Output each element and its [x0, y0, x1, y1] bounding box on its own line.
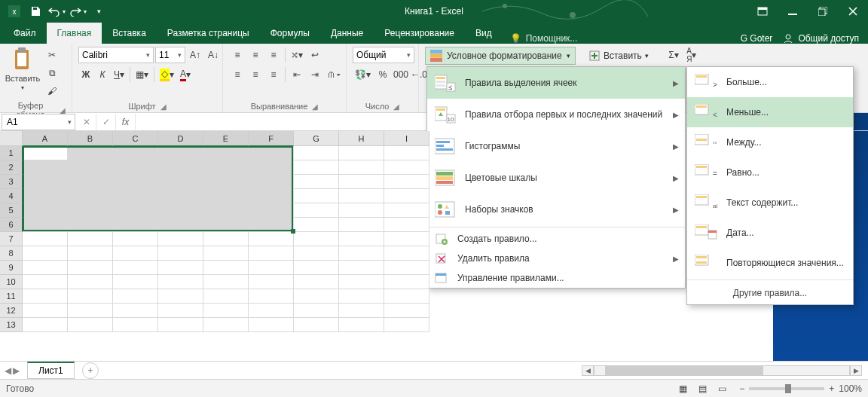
increase-indent-button[interactable]: ⇥	[307, 66, 323, 83]
cell[interactable]	[203, 318, 249, 332]
cell[interactable]	[339, 175, 384, 189]
scroll-right-arrow[interactable]: ▶	[850, 365, 862, 376]
cell[interactable]	[68, 246, 113, 261]
cf-highlight-rules[interactable]: ≤ Правила выделения ячеек ▶	[427, 67, 685, 99]
accounting-format-button[interactable]: 💱▾	[353, 66, 373, 83]
cell[interactable]	[339, 203, 384, 218]
cell[interactable]	[294, 175, 339, 189]
cell[interactable]	[68, 203, 113, 218]
cell[interactable]	[339, 146, 384, 160]
cell[interactable]	[23, 289, 68, 304]
cell[interactable]	[203, 146, 249, 160]
close-button[interactable]	[838, 0, 868, 23]
font-launcher[interactable]: ◢	[160, 102, 167, 111]
cell[interactable]	[339, 246, 384, 261]
cell[interactable]	[294, 146, 339, 160]
cell[interactable]	[113, 203, 158, 218]
cell[interactable]	[23, 189, 68, 203]
cell[interactable]	[23, 246, 68, 261]
scroll-thumb[interactable]	[605, 366, 763, 375]
cell[interactable]	[294, 232, 339, 246]
bold-button[interactable]: Ж	[78, 66, 93, 83]
cell[interactable]	[294, 318, 339, 332]
normal-view-button[interactable]: ▦	[674, 380, 691, 397]
comma-format-button[interactable]: 000	[393, 66, 409, 83]
cell[interactable]	[384, 218, 429, 232]
cell[interactable]	[68, 304, 113, 318]
align-bottom-button[interactable]: ≡	[265, 47, 282, 63]
cell[interactable]	[249, 160, 294, 175]
cell[interactable]	[249, 232, 294, 246]
redo-button[interactable]: ▾	[68, 2, 87, 21]
cell[interactable]	[113, 160, 158, 175]
cell[interactable]	[113, 232, 158, 246]
align-right-button[interactable]: ≡	[265, 66, 282, 83]
cell[interactable]	[294, 160, 339, 175]
cell[interactable]	[113, 175, 158, 189]
cell[interactable]	[249, 318, 294, 332]
cell[interactable]	[249, 175, 294, 189]
cell[interactable]	[384, 203, 429, 218]
insert-cells-button[interactable]: Вставить▾	[583, 47, 654, 65]
column-header[interactable]: D	[158, 131, 203, 146]
tab-file[interactable]: Файл	[3, 23, 47, 44]
zoom-out-button[interactable]: −	[739, 383, 744, 394]
sheet-nav-last[interactable]: ▶	[13, 365, 20, 376]
align-left-button[interactable]: ≡	[229, 66, 246, 83]
cell[interactable]	[339, 275, 384, 289]
cell[interactable]	[249, 304, 294, 318]
cell[interactable]	[23, 175, 68, 189]
cell[interactable]	[158, 189, 203, 203]
cell[interactable]	[203, 160, 249, 175]
column-header[interactable]: F	[249, 131, 294, 146]
tab-formulas[interactable]: Формулы	[260, 23, 320, 44]
row-header[interactable]: 10	[0, 275, 23, 289]
cell[interactable]	[384, 146, 429, 160]
sort-filter-button[interactable]: АЯ▾	[684, 47, 699, 63]
cell[interactable]	[68, 218, 113, 232]
undo-button[interactable]: ▾	[47, 2, 66, 21]
cell[interactable]	[113, 289, 158, 304]
cell[interactable]	[158, 246, 203, 261]
scroll-left-arrow[interactable]: ◀	[582, 365, 594, 376]
page-break-view-button[interactable]: ▭	[714, 380, 730, 397]
cell[interactable]	[158, 289, 203, 304]
new-sheet-button[interactable]: ＋	[82, 362, 99, 379]
underline-button[interactable]: Ч▾	[112, 66, 127, 83]
cell[interactable]	[339, 160, 384, 175]
row-header[interactable]: 7	[0, 232, 23, 246]
tab-home[interactable]: Главная	[47, 23, 102, 44]
cell[interactable]	[294, 203, 339, 218]
cell[interactable]	[203, 304, 249, 318]
copy-button[interactable]: ⧉	[44, 65, 60, 81]
cell[interactable]	[339, 289, 384, 304]
merge-center-button[interactable]: ⫙▾	[325, 66, 343, 83]
cell[interactable]	[23, 218, 68, 232]
cell[interactable]	[203, 218, 249, 232]
horizontal-scrollbar[interactable]: ◀ ▶	[582, 365, 868, 377]
cell[interactable]	[68, 275, 113, 289]
spreadsheet-grid[interactable]: ABCDEFGHI 12345678910111213	[0, 131, 868, 357]
sheet-nav-first[interactable]: ◀	[5, 365, 11, 376]
column-header[interactable]: B	[68, 131, 113, 146]
tab-page-layout[interactable]: Разметка страницы	[157, 23, 260, 44]
column-header[interactable]: I	[384, 131, 429, 146]
sheet-tab[interactable]: Лист1	[27, 362, 75, 379]
borders-button[interactable]: ▦▾	[133, 66, 151, 83]
cell[interactable]	[68, 289, 113, 304]
cell[interactable]	[158, 275, 203, 289]
percent-format-button[interactable]: %	[374, 66, 391, 83]
fill-handle[interactable]	[291, 229, 295, 234]
conditional-formatting-button[interactable]: Условное форматирование ▾	[425, 47, 576, 65]
account-name[interactable]: G Goter	[741, 33, 773, 44]
ribbon-display-options[interactable]	[747, 0, 778, 23]
minimize-button[interactable]	[778, 0, 808, 23]
cell[interactable]	[339, 232, 384, 246]
cell[interactable]	[203, 246, 249, 261]
cell[interactable]	[113, 246, 158, 261]
increase-font-button[interactable]: A↑	[187, 47, 203, 63]
cell[interactable]	[294, 289, 339, 304]
cell[interactable]	[158, 304, 203, 318]
align-top-button[interactable]: ≡	[229, 47, 246, 63]
cell[interactable]	[249, 275, 294, 289]
